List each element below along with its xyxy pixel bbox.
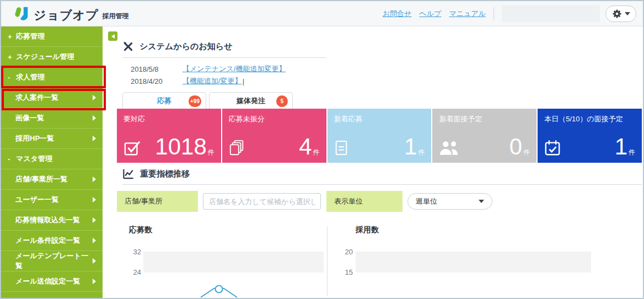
sidebar-collapse-button[interactable] — [108, 31, 117, 41]
sidebar-item-label: メールテンプレート一覧 — [15, 251, 93, 271]
card-label: 要対応 — [124, 114, 214, 124]
announcements-header: システムからのお知らせ — [122, 41, 326, 58]
chevron-right-icon — [93, 238, 96, 243]
stacked-documents-icon — [229, 140, 245, 156]
header-links: お問合せ ヘルプ マニュアル — [383, 9, 486, 19]
sidebar-item-recruit-hp-list[interactable]: 採用HP一覧 — [1, 129, 103, 149]
sidebar-item-schedule-management[interactable]: + スケジュール管理 — [1, 47, 103, 67]
tab-label: 応募 — [157, 96, 171, 106]
sidebar-item-application-management[interactable]: + 応募管理 — [1, 26, 103, 47]
user-info-box — [502, 6, 600, 22]
app-window: ジョブオプ 採用管理 お問合せ ヘルプ マニュアル — [0, 0, 644, 299]
metrics-filter-row: 店舗/事業所 表示単位 週単位 — [117, 191, 492, 212]
card-label: 新着面接予定 — [439, 114, 530, 124]
tab-label: 媒体発注 — [237, 96, 265, 106]
card-unit: 件 — [208, 148, 214, 157]
header-bar: ジョブオプ 採用管理 お問合せ ヘルプ マニュアル — [1, 1, 643, 26]
announcement-link[interactable]: 【機能追加/変更】 — [183, 76, 242, 86]
chevron-down-icon — [625, 12, 630, 15]
chevron-left-icon — [111, 34, 115, 39]
card-today-interviews[interactable]: 本日（5/10）の面接予定 1 件 — [538, 109, 642, 163]
line-chart-icon — [122, 168, 135, 179]
announcement-link[interactable]: 【メンテナンス/機能追加変更】 — [183, 64, 286, 74]
tab-applications[interactable]: 応募 +99 — [122, 92, 206, 109]
sidebar-item-store-list[interactable]: 店舗/事業所一覧 — [1, 169, 103, 190]
app-subtitle: 採用管理 — [103, 12, 129, 22]
chevron-right-icon — [93, 279, 96, 284]
chevron-right-icon — [93, 217, 96, 223]
logo-icon — [14, 6, 30, 22]
expand-plus-icon: + — [8, 33, 16, 41]
chevron-right-icon — [93, 95, 96, 100]
display-unit-dropdown[interactable]: 週単位 — [407, 193, 492, 210]
y-tick: 20 — [339, 248, 353, 256]
checkbox-check-icon — [124, 140, 141, 156]
card-label: 本日（5/10）の面接予定 — [544, 114, 635, 124]
gear-icon — [612, 9, 622, 19]
sidebar-item-mail-send-list[interactable]: メール送信設定一覧 — [1, 271, 103, 292]
store-label: 店舗/事業所 — [117, 191, 198, 212]
sidebar-item-image-list[interactable]: 画像一覧 — [1, 108, 103, 129]
kpi-tab-bar: 応募 +99 媒体発注 5 — [122, 92, 293, 109]
chevron-right-icon — [93, 197, 96, 202]
applications-chart-gridband — [143, 252, 324, 273]
tools-icon — [122, 41, 134, 52]
announcement-date: 2018/5/8 — [131, 65, 183, 73]
sidebar-item-label: 画像一覧 — [15, 113, 44, 123]
header-divider — [493, 7, 494, 20]
sidebar-item-label: 応募情報取込先一覧 — [15, 215, 80, 225]
card-need-action[interactable]: 要対応 1018 件 — [117, 109, 221, 163]
sidebar-item-label: ユーザー一覧 — [15, 195, 59, 205]
sidebar-item-job-management[interactable]: - 求人管理 — [1, 67, 103, 88]
sidebar-item-application-import-list[interactable]: 応募情報取込先一覧 — [1, 210, 103, 231]
card-new-applications[interactable]: 新着応募 1 件 — [328, 109, 432, 163]
chevron-right-icon — [93, 258, 96, 264]
manual-link[interactable]: マニュアル — [449, 9, 486, 19]
sidebar-item-job-list[interactable]: 求人案件一覧 — [1, 88, 103, 108]
sidebar-item-master-management[interactable]: - マスタ管理 — [1, 149, 103, 169]
sidebar-item-label: スケジュール管理 — [16, 52, 74, 62]
settings-menu-button[interactable] — [605, 6, 636, 22]
card-new-interviews[interactable]: 新着面接予定 0 件 — [432, 109, 536, 163]
card-value: 1018 — [155, 135, 206, 158]
sidebar-item-label: 求人案件一覧 — [15, 93, 58, 103]
notification-badge: 5 — [276, 95, 288, 107]
contact-link[interactable]: お問合せ — [383, 9, 412, 19]
sidebar-item-user-list[interactable]: ユーザー一覧 — [1, 190, 103, 210]
card-value: 0 — [509, 135, 522, 158]
sidebar-item-mail-template-list[interactable]: メールテンプレート一覧 — [1, 251, 103, 271]
metrics-title: 重要指標推移 — [140, 169, 190, 179]
hires-chart-title: 採用数 — [356, 225, 379, 235]
announcements-title: システムからのお知らせ — [139, 41, 233, 52]
status-card-row: 要対応 1018 件 応募未振分 4 — [117, 109, 642, 163]
sidebar-item-label: メール送信設定一覧 — [15, 276, 80, 286]
metrics-header: 重要指標推移 — [122, 168, 642, 185]
sidebar-item-mail-condition-list[interactable]: メール条件設定一覧 — [1, 231, 103, 251]
collapse-minus-icon: - — [8, 73, 16, 82]
app-logo[interactable]: ジョブオプ 採用管理 — [14, 6, 129, 22]
sidebar-item-label: 採用HP一覧 — [15, 134, 54, 143]
announcement-date: 2018/4/20 — [131, 77, 183, 86]
sidebar-item-label: マスタ管理 — [16, 154, 52, 164]
card-unit: 件 — [523, 148, 530, 157]
card-value: 1 — [404, 135, 417, 158]
collapse-minus-icon: - — [8, 155, 16, 163]
chevron-right-icon — [93, 136, 96, 141]
key-metrics-section: 重要指標推移 — [122, 168, 642, 185]
store-search-input[interactable] — [203, 193, 321, 210]
card-unit: 件 — [418, 148, 425, 157]
card-label: 応募未振分 — [229, 114, 320, 124]
announcement-row: 2018/5/8 【メンテナンス/機能追加変更】 — [122, 63, 326, 75]
sidebar-nav: + 応募管理 + スケジュール管理 - 求人管理 求人案件一覧 画像一覧 採用H… — [1, 26, 103, 298]
text-cursor: | — [243, 77, 244, 86]
chart-divider — [327, 226, 328, 296]
card-label: 新着応募 — [334, 114, 425, 124]
data-point-marker — [201, 283, 237, 298]
tab-media-orders[interactable]: 媒体発注 5 — [209, 92, 293, 109]
card-unassigned-applications[interactable]: 応募未振分 4 件 — [222, 109, 326, 163]
help-link[interactable]: ヘルプ — [420, 9, 442, 19]
chevron-down-icon — [479, 200, 484, 203]
y-tick: 24 — [127, 268, 141, 276]
announcement-row: 2018/4/20 【機能追加/変更】 | — [122, 75, 326, 87]
hires-chart-gridband — [356, 252, 591, 273]
